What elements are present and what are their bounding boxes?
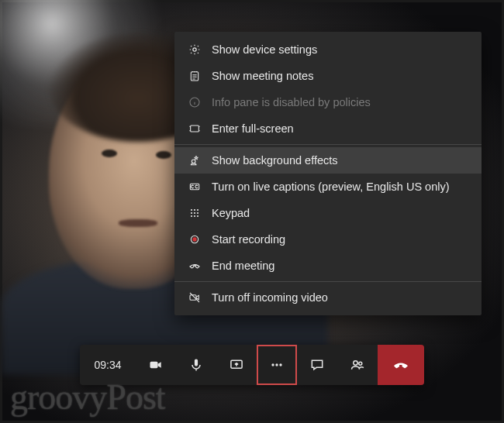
- fullscreen-icon: [188, 122, 201, 135]
- svg-point-16: [192, 237, 196, 241]
- svg-point-6: [191, 209, 192, 211]
- keypad-icon: [188, 207, 201, 219]
- participants-button[interactable]: [337, 345, 378, 385]
- menu-item-keypad[interactable]: Keypad: [174, 200, 482, 226]
- svg-point-0: [193, 48, 196, 51]
- svg-rect-3: [191, 126, 199, 132]
- menu-item-label: Turn off incoming video: [212, 291, 328, 304]
- menu-separator: [174, 144, 482, 145]
- more-actions-button[interactable]: [257, 345, 297, 385]
- more-actions-menu: Show device settings Show meeting notes …: [174, 32, 482, 315]
- svg-point-13: [194, 215, 195, 217]
- svg-point-25: [359, 362, 362, 365]
- participant-eye: [102, 150, 117, 157]
- menu-item-label: Show meeting notes: [212, 70, 313, 82]
- video-off-icon: [188, 291, 201, 304]
- svg-point-7: [194, 209, 195, 211]
- menu-item-label: Info pane is disabled by policies: [212, 96, 371, 108]
- menu-separator: [174, 281, 482, 282]
- svg-point-22: [275, 363, 278, 366]
- microphone-button[interactable]: [176, 345, 216, 385]
- svg-point-8: [197, 209, 198, 211]
- call-toolbar: 09:34: [80, 345, 424, 385]
- share-screen-button[interactable]: [216, 345, 257, 385]
- svg-point-11: [197, 212, 198, 214]
- notes-icon: [188, 70, 201, 82]
- menu-item-fullscreen[interactable]: Enter full-screen: [174, 115, 482, 142]
- menu-item-incoming-video-off[interactable]: Turn off incoming video: [174, 284, 482, 311]
- svg-point-4: [192, 160, 195, 163]
- svg-point-12: [191, 215, 192, 217]
- svg-point-21: [271, 363, 274, 366]
- gear-icon: [188, 43, 201, 56]
- svg-point-9: [191, 212, 192, 214]
- svg-point-10: [194, 212, 195, 214]
- end-call-icon: [188, 260, 201, 272]
- svg-rect-19: [195, 359, 198, 366]
- menu-item-label: Start recording: [212, 233, 285, 246]
- menu-item-label: End meeting: [212, 260, 274, 272]
- hangup-button[interactable]: [378, 345, 424, 385]
- call-timer: 09:34: [80, 345, 136, 385]
- menu-item-label: Enter full-screen: [212, 122, 294, 135]
- captions-icon: [188, 181, 201, 193]
- menu-item-end-meeting[interactable]: End meeting: [174, 253, 482, 279]
- menu-item-device-settings[interactable]: Show device settings: [174, 36, 482, 63]
- svg-rect-18: [150, 362, 158, 368]
- menu-item-background-effects[interactable]: Show background effects: [174, 147, 482, 174]
- participant-eye: [156, 151, 171, 159]
- info-icon: [188, 96, 201, 108]
- svg-point-14: [197, 215, 198, 217]
- participant-mouth: [119, 219, 157, 227]
- video-call-window: Show device settings Show meeting notes …: [0, 0, 504, 423]
- svg-point-24: [354, 361, 357, 365]
- menu-item-label: Show device settings: [212, 43, 317, 56]
- svg-point-23: [279, 363, 281, 366]
- menu-item-start-recording[interactable]: Start recording: [174, 226, 482, 253]
- menu-item-label: Turn on live captions (preview, English …: [212, 181, 450, 193]
- menu-item-label: Show background effects: [212, 154, 338, 167]
- background-effects-icon: [188, 154, 201, 167]
- menu-item-label: Keypad: [212, 207, 250, 219]
- menu-item-meeting-notes[interactable]: Show meeting notes: [174, 63, 482, 89]
- record-icon: [188, 233, 201, 246]
- camera-button[interactable]: [136, 345, 176, 385]
- menu-item-info-pane-disabled: Info pane is disabled by policies: [174, 89, 482, 115]
- chat-button[interactable]: [297, 345, 337, 385]
- menu-item-live-captions[interactable]: Turn on live captions (preview, English …: [174, 174, 482, 200]
